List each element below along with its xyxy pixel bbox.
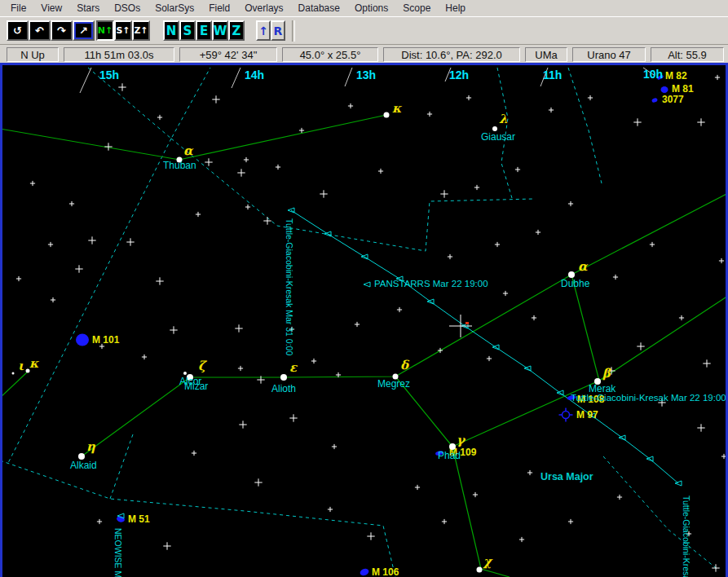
star-name-label: Dubhe <box>561 278 590 289</box>
dso-label: 3077 <box>662 94 684 105</box>
comet-label: NEOWISE Mar 22 19:00 <box>113 528 123 577</box>
status-distance-pa: Dist: 10.6°, PA: 292.0 <box>383 47 520 62</box>
dso-label: M 51 <box>128 513 150 525</box>
star-name-label: Megrez <box>377 378 410 390</box>
map-border <box>0 63 2 577</box>
dso-label: M 81 <box>672 83 694 95</box>
menu-database[interactable]: Database <box>291 1 347 15</box>
status-altitude: Alt: 55.9 <box>651 47 724 62</box>
named-star[interactable] <box>183 372 187 375</box>
rotate-full-button[interactable]: ↺ <box>7 20 29 41</box>
status-declination: +59° 42' 34" <box>179 47 277 62</box>
bayer-letter: ι <box>18 359 24 373</box>
cursor-mark <box>465 322 469 324</box>
bayer-letter: λ <box>499 112 508 126</box>
status-orientation: N Up <box>7 47 59 62</box>
comet-label: Tuttle-Giacobini-Kresak Mar 31 0:00 <box>285 218 294 355</box>
face-zenith-button[interactable]: Z <box>228 20 245 41</box>
named-star[interactable] <box>449 443 456 450</box>
status-atlas-page: Urano 47 <box>572 47 646 62</box>
status-field-of-view: 45.0° x 25.5° <box>282 47 378 62</box>
named-star[interactable] <box>477 567 483 573</box>
sky-map[interactable]: M 82M 813077M 101M 51M 109M 108M 97M 106… <box>0 63 728 577</box>
star-name-label: Alkaid <box>70 460 97 471</box>
hour-angle-label: 13h <box>356 68 376 81</box>
status-constellation: UMa <box>525 47 567 62</box>
planetarium-app-window: FileViewStarsDSOsSolarSysFieldOverlaysDa… <box>0 0 728 577</box>
bayer-letter: η <box>86 439 96 454</box>
menu-overlays[interactable]: Overlays <box>237 1 290 15</box>
dso-label: M 97 <box>576 409 598 421</box>
menu-scope[interactable]: Scope <box>395 1 438 15</box>
pan-direction-button[interactable]: ↗ <box>73 20 95 41</box>
toolbar-separator <box>292 20 295 42</box>
dso-label: M 101 <box>92 334 120 346</box>
dso-galaxy[interactable] <box>76 334 89 346</box>
hour-angle-label: 11h <box>543 68 562 81</box>
comet-label: PANSTARRS Mar 22 19:00 <box>374 279 488 288</box>
south-up-button[interactable]: S↑ <box>114 20 132 41</box>
bayer-letter: α <box>183 143 194 158</box>
status-right-ascension: 11h 51m 03.0s <box>64 47 174 62</box>
hour-angle-label: 10h <box>643 68 663 81</box>
named-star[interactable] <box>78 453 85 460</box>
face-south-button[interactable]: S <box>179 20 196 41</box>
map-border <box>0 63 728 65</box>
menu-options[interactable]: Options <box>347 1 395 15</box>
bayer-letter: κ <box>29 356 39 371</box>
menu-bar: FileViewStarsDSOsSolarSysFieldOverlaysDa… <box>0 0 728 16</box>
comet-label: Tuttle-Giacobini-Kresak Mar 22 19:00 <box>571 393 726 403</box>
bayer-letter: ε <box>289 360 298 375</box>
named-star[interactable] <box>568 271 575 278</box>
dso-label: M 82 <box>665 70 687 81</box>
star-name-label: Giausar <box>481 131 515 143</box>
sky-map-panel: M 82M 813077M 101M 51M 109M 108M 97M 106… <box>0 63 728 577</box>
named-star[interactable] <box>280 374 287 381</box>
named-star[interactable] <box>12 372 15 375</box>
star-name-label: Alcor <box>179 376 201 387</box>
status-bar: N Up11h 51m 03.0s+59° 42' 34"45.0° x 25.… <box>0 45 728 64</box>
hour-angle-label: 12h <box>449 68 469 81</box>
face-north-button[interactable]: N <box>163 20 179 41</box>
face-east-button[interactable]: E <box>196 20 212 41</box>
rotate-ccw-button[interactable]: ↶ <box>29 20 51 41</box>
bayer-letter: κ <box>392 101 402 116</box>
redraw-button[interactable]: R <box>271 20 285 41</box>
hour-angle-label: 15h <box>99 68 119 81</box>
constellation-name-label: Ursa Major <box>540 471 593 482</box>
dso-galaxy[interactable] <box>661 86 668 93</box>
north-up-button[interactable]: N↑ <box>96 20 114 41</box>
menu-dsos[interactable]: DSOs <box>107 1 148 15</box>
rotate-cw-button[interactable]: ↷ <box>51 20 73 41</box>
zenith-up-button[interactable]: Z↑ <box>132 20 150 41</box>
sky-background <box>0 63 728 577</box>
toolbar: ↺↶↷↗N↑S↑Z↑NSEWZ↑R <box>0 16 728 45</box>
menu-solarsys[interactable]: SolarSys <box>148 1 201 15</box>
dso-label: M 106 <box>372 566 399 577</box>
comet-label: Tuttle-Giacobini-Kresak <box>682 496 691 577</box>
star-name-label: Alioth <box>271 383 296 394</box>
star-name-label: Phad <box>438 450 461 461</box>
menu-help[interactable]: Help <box>438 1 473 15</box>
star-name-label: Thuban <box>163 160 196 171</box>
bayer-letter: α <box>578 259 589 274</box>
menu-file[interactable]: File <box>3 1 33 15</box>
zoom-up-button[interactable]: ↑ <box>256 20 271 41</box>
menu-field[interactable]: Field <box>201 1 237 15</box>
face-west-button[interactable]: W <box>212 20 228 41</box>
hour-angle-label: 14h <box>245 68 264 81</box>
menu-stars[interactable]: Stars <box>69 1 107 15</box>
menu-view[interactable]: View <box>33 1 69 15</box>
named-star[interactable] <box>384 112 390 118</box>
